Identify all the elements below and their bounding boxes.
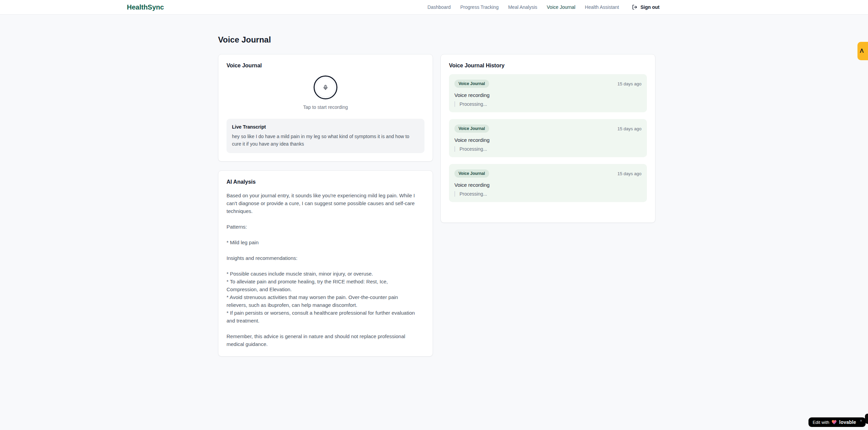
entry-status: Processing...	[454, 101, 641, 107]
close-icon[interactable]: ×	[860, 418, 862, 423]
entry-type-badge: Voice Journal	[454, 80, 489, 88]
ai-analysis-text: Based on your journal entry, it sounds l…	[227, 192, 424, 348]
entry-title: Voice recording	[454, 137, 641, 143]
entry-type-badge: Voice Journal	[454, 169, 489, 178]
live-transcript-title: Live Transcript	[232, 124, 419, 130]
microphone-icon	[323, 85, 328, 90]
nav-item-health-assistant[interactable]: Health Assistant	[585, 4, 619, 10]
nav-item-meal-analysis[interactable]: Meal Analysis	[508, 4, 537, 10]
entry-header: Voice Journal 15 days ago	[454, 169, 641, 178]
voice-recorder-card: Voice Journal Tap to start recording	[218, 54, 433, 162]
sign-out-button[interactable]: Sign out	[632, 4, 660, 10]
content-grid: Voice Journal Tap to start recording	[218, 54, 653, 357]
right-column: Voice Journal History Voice Journal 15 d…	[440, 54, 655, 223]
entry-status: Processing...	[454, 146, 641, 152]
history-card-title: Voice Journal History	[449, 63, 647, 69]
side-extension-tab[interactable]: Λ	[857, 42, 868, 60]
record-button[interactable]	[314, 76, 337, 99]
lambda-logo-icon: Λ	[860, 48, 864, 54]
entry-timestamp: 15 days ago	[617, 171, 641, 176]
sign-out-label: Sign out	[640, 4, 660, 10]
nav-item-dashboard[interactable]: Dashboard	[428, 4, 451, 10]
recorder-card-title: Voice Journal	[227, 63, 424, 69]
recording-area: Tap to start recording	[227, 69, 424, 110]
nav-item-progress-tracking[interactable]: Progress Tracking	[460, 4, 499, 10]
entry-status: Processing...	[454, 191, 641, 197]
history-entry: Voice Journal 15 days ago Voice recordin…	[449, 119, 647, 157]
edit-with-label: Edit with	[813, 420, 829, 425]
top-navbar: HealthSync Dashboard Progress Tracking M…	[0, 0, 868, 15]
history-list: Voice Journal 15 days ago Voice recordin…	[449, 74, 647, 202]
entry-header: Voice Journal 15 days ago	[454, 125, 641, 133]
main-nav: Dashboard Progress Tracking Meal Analysi…	[428, 4, 660, 10]
entry-title: Voice recording	[454, 182, 641, 188]
entry-type-badge: Voice Journal	[454, 125, 489, 133]
entry-header: Voice Journal 15 days ago	[454, 80, 641, 88]
ai-analysis-card: AI Analysis Based on your journal entry,…	[218, 170, 433, 357]
page-title: Voice Journal	[218, 35, 653, 45]
entry-timestamp: 15 days ago	[617, 81, 641, 86]
history-entry: Voice Journal 15 days ago Voice recordin…	[449, 74, 647, 112]
brand-logo[interactable]: HealthSync	[127, 3, 164, 11]
live-transcript-box: Live Transcript hey so like I do have a …	[227, 119, 424, 153]
lovable-heart-icon	[832, 420, 837, 425]
lovable-wordmark: lovable	[839, 419, 856, 425]
nav-item-voice-journal[interactable]: Voice Journal	[547, 4, 575, 10]
left-column: Voice Journal Tap to start recording	[218, 54, 433, 357]
entry-title: Voice recording	[454, 92, 641, 98]
edit-with-lovable-badge[interactable]: Edit with lovable ×	[808, 417, 866, 427]
main-content: Voice Journal Voice Journal	[215, 35, 653, 377]
voice-journal-history-card: Voice Journal History Voice Journal 15 d…	[440, 54, 655, 223]
ai-analysis-title: AI Analysis	[227, 179, 424, 185]
navbar-inner: HealthSync Dashboard Progress Tracking M…	[127, 3, 660, 11]
tap-to-record-hint: Tap to start recording	[227, 104, 424, 110]
logout-icon	[632, 4, 637, 10]
history-entry: Voice Journal 15 days ago Voice recordin…	[449, 164, 647, 202]
entry-timestamp: 15 days ago	[617, 126, 641, 131]
live-transcript-text: hey so like I do have a mild pain in my …	[232, 133, 419, 148]
